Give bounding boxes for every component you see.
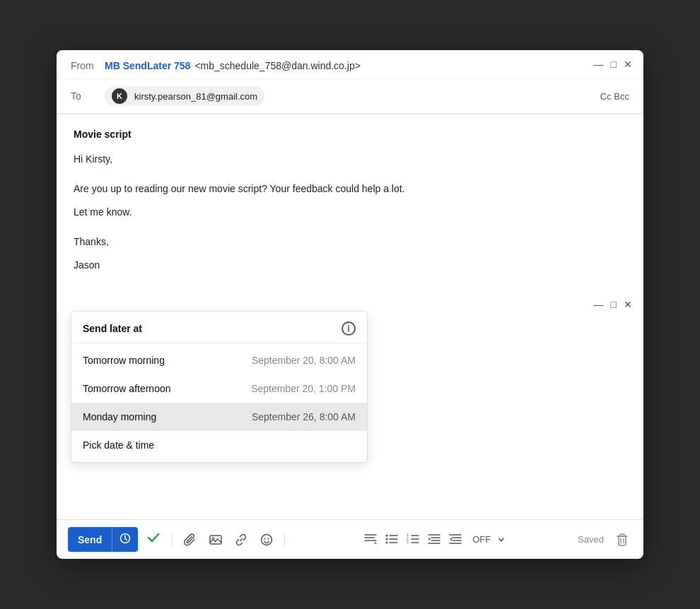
- trash-icon: [617, 533, 628, 546]
- to-address: kirsty.pearson_81@gmail.com: [134, 91, 257, 102]
- greeting: Hi Kirsty,: [74, 151, 626, 167]
- minimize-icon[interactable]: —: [594, 59, 604, 69]
- from-email: <mb_schedule_758@dan.wind.co.jp>: [194, 60, 361, 71]
- clock-icon: [119, 533, 131, 544]
- send-later-popup: Send later at i Tomorrow morning Septemb…: [71, 311, 368, 463]
- send-later-list: Tomorrow morning September 20, 8:00 AM T…: [71, 343, 367, 462]
- bullet-list-button[interactable]: [382, 530, 402, 549]
- svg-rect-3: [210, 536, 221, 544]
- indent-button[interactable]: [424, 530, 444, 549]
- item-time-tomorrow-afternoon: September 20, 1:00 PM: [251, 383, 356, 394]
- send-button-group: Send: [68, 527, 138, 552]
- send-later-item-tomorrow-afternoon[interactable]: Tomorrow afternoon September 20, 1:00 PM: [71, 374, 367, 403]
- saved-label: Saved: [578, 534, 604, 545]
- image-button[interactable]: [205, 531, 226, 549]
- email-compose-window: — □ ✕ From MB SendLater 758 <mb_schedule…: [57, 50, 643, 559]
- toolbar-sep-2: [284, 533, 285, 547]
- to-avatar: K: [112, 88, 127, 104]
- item-label-tomorrow-afternoon: Tomorrow afternoon: [83, 383, 171, 394]
- from-row: From MB SendLater 758 <mb_schedule_758@d…: [57, 50, 643, 79]
- item-label-monday-morning: Monday morning: [83, 411, 156, 422]
- svg-line-2: [125, 539, 127, 540]
- window-chrome-controls: — □ ✕: [594, 59, 632, 69]
- emoji-button[interactable]: [256, 531, 277, 549]
- subject-line: Movie script: [74, 129, 626, 140]
- svg-point-12: [386, 538, 388, 540]
- bullet-list-icon: [385, 533, 398, 544]
- align-icon: [364, 533, 377, 544]
- link-button[interactable]: [231, 531, 252, 549]
- info-icon[interactable]: i: [342, 321, 356, 336]
- svg-point-5: [262, 534, 272, 545]
- send-later-item-monday-morning[interactable]: Monday morning September 26, 8:00 AM: [71, 403, 367, 431]
- cc-bcc-button[interactable]: Cc Bcc: [600, 91, 629, 102]
- link-icon: [235, 533, 247, 546]
- from-name: MB SendLater 758: [105, 60, 190, 71]
- attach-button[interactable]: [180, 531, 201, 549]
- body-paragraph2: Let me know.: [74, 204, 626, 220]
- emoji-icon: [260, 533, 273, 546]
- item-label-pick-date: Pick date & time: [83, 439, 154, 451]
- svg-point-13: [386, 542, 388, 544]
- indent-icon: [428, 533, 441, 544]
- svg-text:3.: 3.: [407, 540, 409, 544]
- body-paragraph1: Are you up to reading our new movie scri…: [74, 181, 626, 196]
- off-chevron-icon: [498, 536, 505, 543]
- to-chip[interactable]: K kirsty.pearson_81@gmail.com: [105, 86, 264, 106]
- item-time-tomorrow-morning: September 20, 8:00 AM: [252, 355, 356, 366]
- item-time-monday-morning: September 26, 8:00 AM: [252, 411, 356, 422]
- send-later-item-pick-date[interactable]: Pick date & time: [71, 431, 367, 459]
- email-body: Movie script Hi Kirsty, Are you up to re…: [57, 114, 643, 519]
- off-badge: OFF: [472, 534, 491, 545]
- image-icon: [209, 533, 222, 546]
- svg-point-6: [264, 538, 266, 539]
- svg-point-11: [386, 535, 388, 537]
- schedule-check-button[interactable]: [142, 528, 165, 551]
- numbered-list-icon: 1. 2. 3.: [407, 533, 419, 544]
- delete-button[interactable]: [612, 531, 632, 549]
- email-header: From MB SendLater 758 <mb_schedule_758@d…: [57, 50, 643, 114]
- to-label: To: [71, 90, 99, 102]
- item-label-tomorrow-morning: Tomorrow morning: [83, 355, 165, 366]
- align-button[interactable]: [361, 530, 380, 549]
- from-label: From: [71, 60, 99, 71]
- send-later-title: Send later at: [83, 323, 142, 334]
- svg-point-7: [268, 538, 269, 539]
- email-toolbar: Send: [57, 519, 643, 559]
- outdent-icon: [449, 533, 462, 544]
- format-toolbar: 1. 2. 3.: [361, 530, 465, 549]
- maximize-icon[interactable]: □: [611, 59, 617, 69]
- to-row: To K kirsty.pearson_81@gmail.com Cc Bcc: [57, 79, 643, 114]
- send-clock-button[interactable]: [112, 527, 138, 552]
- outdent-button[interactable]: [445, 530, 465, 549]
- send-later-header: Send later at i: [71, 312, 367, 343]
- send-later-item-tomorrow-morning[interactable]: Tomorrow morning September 20, 8:00 AM: [71, 346, 367, 374]
- body-thanks: Thanks,: [74, 234, 626, 249]
- check-icon: [146, 531, 161, 545]
- toolbar-sep-1: [172, 533, 173, 547]
- body-signature: Jason: [74, 257, 626, 273]
- close-icon[interactable]: ✕: [624, 59, 632, 69]
- numbered-list-button[interactable]: 1. 2. 3.: [403, 530, 423, 549]
- attach-icon: [184, 533, 197, 546]
- send-button[interactable]: Send: [68, 527, 112, 552]
